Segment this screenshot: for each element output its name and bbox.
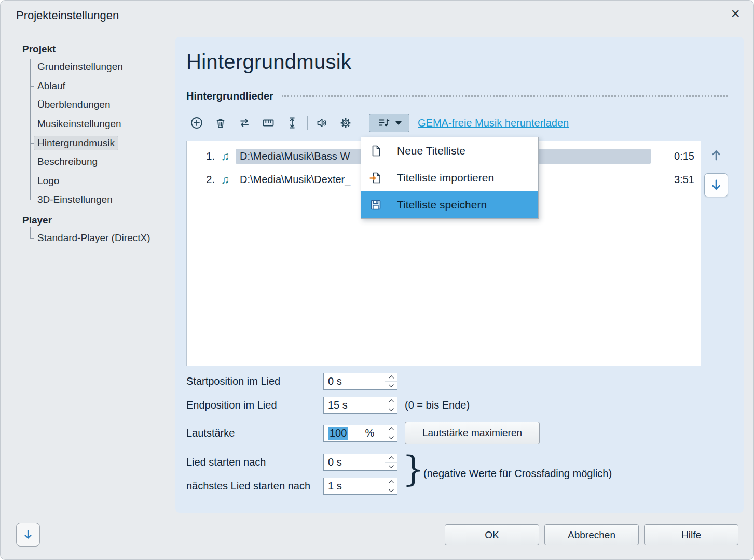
endposition-input[interactable]: 15 s bbox=[324, 397, 385, 413]
collapse-dialog-button[interactable] bbox=[16, 523, 40, 547]
song-duration: 0:15 bbox=[663, 150, 694, 162]
sidebar-item-3d-einstellungen[interactable]: 3D-Einstellungen bbox=[22, 190, 174, 209]
lied-starten-spinner: 0 s bbox=[323, 454, 397, 471]
sidebar-item-grundeinstellungen[interactable]: Grundeinstellungen bbox=[22, 58, 174, 77]
field-label: Lied starten nach bbox=[186, 456, 323, 468]
vertical-resize-icon bbox=[285, 116, 299, 130]
row-index: 1. bbox=[187, 150, 215, 162]
row-index: 2. bbox=[187, 174, 215, 186]
page-title: Hintergrundmusik bbox=[186, 50, 351, 74]
endposition-row: Endposition im Lied 15 s (0 = bis Ende) bbox=[186, 397, 470, 414]
settings-sidebar: Projekt Grundeinstellungen Ablauf Überbl… bbox=[22, 43, 174, 247]
spin-up-button[interactable] bbox=[385, 454, 397, 463]
naechstes-lied-input[interactable]: 1 s bbox=[324, 478, 385, 494]
lautstaerke-row: Lautstärke 100% Lautstärke maximieren bbox=[186, 425, 397, 442]
menu-item-neue-titelliste[interactable]: Neue Titelliste bbox=[361, 137, 538, 164]
music-list-icon bbox=[377, 116, 391, 130]
sidebar-group-projekt: Projekt bbox=[22, 43, 174, 58]
sidebar-item-ablauf[interactable]: Ablauf bbox=[22, 77, 174, 96]
section-header: Hintergrundlieder bbox=[186, 89, 728, 103]
lied-starten-row: Lied starten nach 0 s bbox=[186, 454, 397, 471]
player-tree: Standard-Player (DirectX) bbox=[22, 229, 174, 248]
move-down-button[interactable] bbox=[704, 173, 728, 197]
sidebar-item-ueberblendungen[interactable]: Überblendungen bbox=[22, 95, 174, 115]
gema-music-link[interactable]: GEMA-freie Musik herunterladen bbox=[418, 117, 569, 129]
trash-icon bbox=[213, 116, 228, 130]
add-song-button[interactable] bbox=[188, 114, 205, 132]
music-note-icon: ♫ bbox=[215, 149, 236, 163]
spin-down-button[interactable] bbox=[385, 486, 397, 494]
endposition-hint: (0 = bis Ende) bbox=[405, 399, 470, 411]
song-duration: 3:51 bbox=[663, 174, 694, 186]
spin-up-button[interactable] bbox=[385, 478, 397, 486]
move-up-button[interactable] bbox=[705, 144, 727, 166]
toolbar-separator bbox=[307, 116, 308, 130]
field-label: Startposition im Lied bbox=[186, 375, 323, 387]
spin-down-button[interactable] bbox=[385, 463, 397, 470]
projekt-tree: Grundeinstellungen Ablauf Überblendungen… bbox=[22, 58, 174, 209]
titlelist-menu-button[interactable] bbox=[369, 114, 409, 132]
lied-starten-input[interactable]: 0 s bbox=[324, 454, 385, 470]
keyboard-button[interactable] bbox=[259, 114, 277, 132]
dotted-separator bbox=[282, 95, 728, 97]
spin-down-button[interactable] bbox=[385, 405, 397, 413]
hintergrundmusik-panel: Hintergrundmusik Hintergrundlieder bbox=[175, 37, 744, 513]
swap-order-button[interactable] bbox=[236, 114, 253, 132]
spin-up-button[interactable] bbox=[385, 425, 397, 433]
sidebar-item-beschreibung[interactable]: Beschreibung bbox=[22, 152, 174, 172]
sidebar-group-player: Player bbox=[22, 214, 174, 229]
sidebar-item-musikeinstellungen[interactable]: Musikeinstellungen bbox=[22, 115, 174, 134]
spin-down-button[interactable] bbox=[385, 382, 397, 389]
fit-length-button[interactable] bbox=[283, 114, 301, 132]
settings-button[interactable] bbox=[337, 114, 354, 132]
music-note-icon: ♫ bbox=[215, 173, 236, 187]
volume-button[interactable] bbox=[313, 114, 331, 132]
section-label: Hintergrundlieder bbox=[186, 90, 273, 102]
field-label: Endposition im Lied bbox=[186, 399, 323, 411]
new-document-icon bbox=[361, 137, 390, 164]
menu-item-titelliste-importieren[interactable]: Titelliste importieren bbox=[361, 164, 538, 191]
cancel-button[interactable]: Abbrechen bbox=[544, 524, 639, 545]
project-settings-dialog: Projekteinstellungen × Projekt Grundeins… bbox=[0, 0, 754, 560]
sidebar-item-logo[interactable]: Logo bbox=[22, 172, 174, 191]
startposition-row: Startposition im Lied 0 s bbox=[186, 373, 397, 390]
dialog-title: Projekteinstellungen bbox=[16, 9, 119, 22]
chevron-down-icon bbox=[395, 121, 402, 125]
gear-icon bbox=[338, 116, 353, 130]
sidebar-item-hintergrundmusik[interactable]: Hintergrundmusik bbox=[22, 133, 174, 152]
dialog-footer: OK Abbrechen Hilfe bbox=[445, 524, 738, 545]
arrow-down-icon bbox=[708, 177, 724, 193]
lautstaerke-spinner: 100% bbox=[323, 425, 397, 442]
field-label: nächstes Lied starten nach bbox=[186, 480, 323, 492]
close-icon[interactable]: × bbox=[731, 6, 740, 21]
arrow-up-icon bbox=[708, 147, 724, 163]
swap-arrows-icon bbox=[237, 116, 252, 130]
lautstaerke-input[interactable]: 100% bbox=[324, 425, 385, 441]
field-label: Lautstärke bbox=[186, 427, 323, 439]
startposition-spinner: 0 s bbox=[323, 373, 397, 390]
naechstes-lied-row: nächstes Lied starten nach 1 s bbox=[186, 478, 397, 495]
menu-item-titelliste-speichern[interactable]: Titelliste speichern bbox=[361, 191, 538, 218]
unit-label: % bbox=[365, 427, 374, 439]
sidebar-item-standard-player[interactable]: Standard-Player (DirectX) bbox=[22, 229, 174, 248]
save-icon bbox=[361, 191, 390, 218]
help-button[interactable]: Hilfe bbox=[644, 524, 738, 545]
crossfade-hint: (negative Werte für Crossfading möglich) bbox=[423, 468, 612, 480]
startposition-input[interactable]: 0 s bbox=[324, 373, 385, 389]
speaker-icon bbox=[314, 116, 329, 130]
arrow-down-icon bbox=[21, 528, 35, 541]
naechstes-lied-spinner: 1 s bbox=[323, 478, 397, 495]
titlelist-dropdown-menu: Neue Titelliste Titelliste importieren T… bbox=[361, 137, 539, 219]
spin-up-button[interactable] bbox=[385, 373, 397, 382]
selected-value: 100 bbox=[328, 427, 348, 440]
ok-button[interactable]: OK bbox=[445, 524, 539, 545]
maximize-volume-button[interactable]: Lautstärke maximieren bbox=[405, 422, 540, 444]
add-circle-icon bbox=[189, 116, 204, 130]
spin-up-button[interactable] bbox=[385, 397, 397, 405]
spin-down-button[interactable] bbox=[385, 433, 397, 441]
brace-glyph: } bbox=[402, 452, 424, 487]
import-document-icon bbox=[361, 164, 390, 191]
keyboard-icon bbox=[261, 116, 276, 130]
delete-song-button[interactable] bbox=[212, 114, 229, 132]
playlist-toolbar: GEMA-freie Musik herunterladen bbox=[188, 113, 569, 133]
